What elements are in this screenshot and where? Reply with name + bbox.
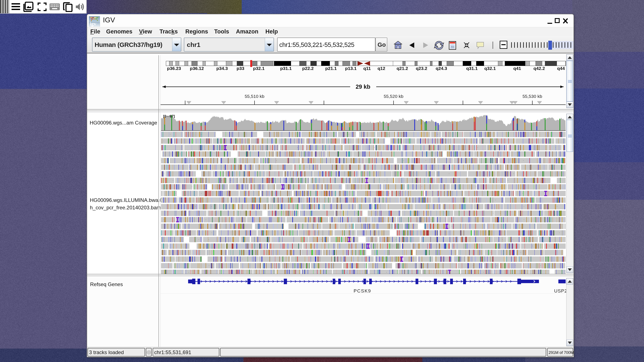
svg-text:29 kb: 29 kb bbox=[356, 84, 370, 90]
svg-text:igv: igv bbox=[90, 21, 96, 26]
